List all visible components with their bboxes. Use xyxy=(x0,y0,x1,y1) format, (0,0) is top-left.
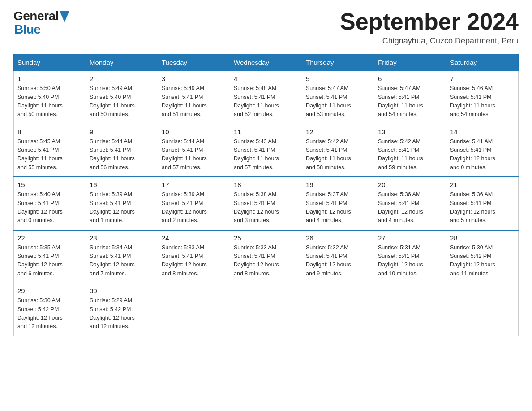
day-info: Sunrise: 5:49 AMSunset: 5:41 PMDaylight:… xyxy=(162,84,226,119)
day-info: Sunrise: 5:36 AMSunset: 5:41 PMDaylight:… xyxy=(450,190,515,225)
day-info: Sunrise: 5:45 AMSunset: 5:41 PMDaylight:… xyxy=(17,137,82,172)
calendar-day-cell: 26Sunrise: 5:32 AMSunset: 5:41 PMDayligh… xyxy=(302,230,374,283)
day-number: 30 xyxy=(90,287,154,295)
calendar-day-cell: 5Sunrise: 5:47 AMSunset: 5:41 PMDaylight… xyxy=(302,71,374,124)
day-number: 10 xyxy=(162,128,226,136)
day-info: Sunrise: 5:44 AMSunset: 5:41 PMDaylight:… xyxy=(90,137,154,172)
column-header-sunday: Sunday xyxy=(14,54,86,71)
calendar-day-cell: 6Sunrise: 5:47 AMSunset: 5:41 PMDaylight… xyxy=(374,71,446,124)
column-header-saturday: Saturday xyxy=(446,54,519,71)
day-number: 24 xyxy=(162,234,226,242)
day-info: Sunrise: 5:47 AMSunset: 5:41 PMDaylight:… xyxy=(306,84,370,119)
column-header-wednesday: Wednesday xyxy=(230,54,302,71)
calendar-week-row: 29Sunrise: 5:30 AMSunset: 5:42 PMDayligh… xyxy=(14,283,519,336)
calendar-empty-cell xyxy=(158,283,230,336)
calendar-day-cell: 23Sunrise: 5:34 AMSunset: 5:41 PMDayligh… xyxy=(86,230,158,283)
calendar-empty-cell xyxy=(230,283,302,336)
day-info: Sunrise: 5:33 AMSunset: 5:41 PMDaylight:… xyxy=(162,244,226,278)
calendar-day-cell: 18Sunrise: 5:38 AMSunset: 5:41 PMDayligh… xyxy=(230,177,302,230)
day-number: 27 xyxy=(378,234,442,242)
day-number: 12 xyxy=(306,128,370,136)
day-number: 8 xyxy=(17,128,82,136)
header-right: September 2024 Chignayhua, Cuzco Departm… xyxy=(340,9,519,46)
calendar-empty-cell xyxy=(302,283,374,336)
day-number: 28 xyxy=(450,234,515,242)
day-info: Sunrise: 5:37 AMSunset: 5:41 PMDaylight:… xyxy=(306,190,370,225)
day-number: 7 xyxy=(450,75,515,82)
calendar-day-cell: 24Sunrise: 5:33 AMSunset: 5:41 PMDayligh… xyxy=(158,230,230,283)
day-number: 18 xyxy=(234,181,298,188)
day-info: Sunrise: 5:30 AMSunset: 5:42 PMDaylight:… xyxy=(17,296,82,331)
day-info: Sunrise: 5:33 AMSunset: 5:41 PMDaylight:… xyxy=(234,244,298,278)
calendar-day-cell: 9Sunrise: 5:44 AMSunset: 5:41 PMDaylight… xyxy=(86,124,158,177)
day-number: 23 xyxy=(90,234,154,242)
column-header-tuesday: Tuesday xyxy=(158,54,230,71)
column-header-thursday: Thursday xyxy=(302,54,374,71)
calendar-day-cell: 16Sunrise: 5:39 AMSunset: 5:41 PMDayligh… xyxy=(86,177,158,230)
day-number: 29 xyxy=(17,287,82,295)
day-number: 1 xyxy=(17,75,82,82)
day-number: 21 xyxy=(450,181,515,188)
day-number: 14 xyxy=(450,128,515,136)
calendar-day-cell: 7Sunrise: 5:46 AMSunset: 5:41 PMDaylight… xyxy=(446,71,519,124)
column-header-friday: Friday xyxy=(374,54,446,71)
page-header: General Blue September 2024 Chignayhua, … xyxy=(13,9,519,46)
day-info: Sunrise: 5:41 AMSunset: 5:41 PMDaylight:… xyxy=(450,137,515,172)
calendar-day-cell: 13Sunrise: 5:42 AMSunset: 5:41 PMDayligh… xyxy=(374,124,446,177)
calendar-day-cell: 10Sunrise: 5:44 AMSunset: 5:41 PMDayligh… xyxy=(158,124,230,177)
logo-general-text: General xyxy=(13,9,59,23)
day-number: 20 xyxy=(378,181,442,188)
day-number: 4 xyxy=(234,75,298,82)
calendar-day-cell: 25Sunrise: 5:33 AMSunset: 5:41 PMDayligh… xyxy=(230,230,302,283)
calendar-empty-cell xyxy=(374,283,446,336)
day-info: Sunrise: 5:34 AMSunset: 5:41 PMDaylight:… xyxy=(90,244,154,278)
logo: General Blue xyxy=(13,9,69,37)
calendar-day-cell: 22Sunrise: 5:35 AMSunset: 5:41 PMDayligh… xyxy=(14,230,86,283)
day-number: 3 xyxy=(162,75,226,82)
day-info: Sunrise: 5:36 AMSunset: 5:41 PMDaylight:… xyxy=(378,190,442,225)
calendar-day-cell: 2Sunrise: 5:49 AMSunset: 5:40 PMDaylight… xyxy=(86,71,158,124)
day-number: 26 xyxy=(306,234,370,242)
day-number: 25 xyxy=(234,234,298,242)
location: Chignayhua, Cuzco Department, Peru xyxy=(340,36,519,46)
calendar-day-cell: 8Sunrise: 5:45 AMSunset: 5:41 PMDaylight… xyxy=(14,124,86,177)
day-info: Sunrise: 5:47 AMSunset: 5:41 PMDaylight:… xyxy=(378,84,442,119)
calendar-day-cell: 20Sunrise: 5:36 AMSunset: 5:41 PMDayligh… xyxy=(374,177,446,230)
day-info: Sunrise: 5:30 AMSunset: 5:42 PMDaylight:… xyxy=(450,244,515,278)
calendar-day-cell: 15Sunrise: 5:40 AMSunset: 5:41 PMDayligh… xyxy=(14,177,86,230)
day-info: Sunrise: 5:40 AMSunset: 5:41 PMDaylight:… xyxy=(17,190,82,225)
calendar-day-cell: 28Sunrise: 5:30 AMSunset: 5:42 PMDayligh… xyxy=(446,230,519,283)
calendar-table: SundayMondayTuesdayWednesdayThursdayFrid… xyxy=(13,54,519,336)
calendar-week-row: 22Sunrise: 5:35 AMSunset: 5:41 PMDayligh… xyxy=(14,230,519,283)
day-number: 13 xyxy=(378,128,442,136)
svg-marker-0 xyxy=(60,11,69,22)
day-number: 6 xyxy=(378,75,442,82)
day-info: Sunrise: 5:42 AMSunset: 5:41 PMDaylight:… xyxy=(306,137,370,172)
calendar-day-cell: 21Sunrise: 5:36 AMSunset: 5:41 PMDayligh… xyxy=(446,177,519,230)
day-number: 2 xyxy=(90,75,154,82)
day-info: Sunrise: 5:46 AMSunset: 5:41 PMDaylight:… xyxy=(450,84,515,119)
day-number: 15 xyxy=(17,181,82,188)
day-number: 11 xyxy=(234,128,298,136)
calendar-day-cell: 30Sunrise: 5:29 AMSunset: 5:42 PMDayligh… xyxy=(86,283,158,336)
day-info: Sunrise: 5:39 AMSunset: 5:41 PMDaylight:… xyxy=(90,190,154,225)
logo-icon xyxy=(60,11,69,22)
calendar-day-cell: 27Sunrise: 5:31 AMSunset: 5:41 PMDayligh… xyxy=(374,230,446,283)
day-info: Sunrise: 5:38 AMSunset: 5:41 PMDaylight:… xyxy=(234,190,298,225)
calendar-week-row: 1Sunrise: 5:50 AMSunset: 5:40 PMDaylight… xyxy=(14,71,519,124)
day-info: Sunrise: 5:49 AMSunset: 5:40 PMDaylight:… xyxy=(90,84,154,119)
day-info: Sunrise: 5:42 AMSunset: 5:41 PMDaylight:… xyxy=(378,137,442,172)
calendar-day-cell: 1Sunrise: 5:50 AMSunset: 5:40 PMDaylight… xyxy=(14,71,86,124)
day-number: 17 xyxy=(162,181,226,188)
calendar-week-row: 15Sunrise: 5:40 AMSunset: 5:41 PMDayligh… xyxy=(14,177,519,230)
day-info: Sunrise: 5:48 AMSunset: 5:41 PMDaylight:… xyxy=(234,84,298,119)
day-info: Sunrise: 5:35 AMSunset: 5:41 PMDaylight:… xyxy=(17,244,82,278)
calendar-day-cell: 29Sunrise: 5:30 AMSunset: 5:42 PMDayligh… xyxy=(14,283,86,336)
day-info: Sunrise: 5:29 AMSunset: 5:42 PMDaylight:… xyxy=(90,296,154,331)
day-info: Sunrise: 5:39 AMSunset: 5:41 PMDaylight:… xyxy=(162,190,226,225)
calendar-day-cell: 3Sunrise: 5:49 AMSunset: 5:41 PMDaylight… xyxy=(158,71,230,124)
calendar-header-row: SundayMondayTuesdayWednesdayThursdayFrid… xyxy=(14,54,519,71)
day-info: Sunrise: 5:43 AMSunset: 5:41 PMDaylight:… xyxy=(234,137,298,172)
day-number: 22 xyxy=(17,234,82,242)
calendar-day-cell: 12Sunrise: 5:42 AMSunset: 5:41 PMDayligh… xyxy=(302,124,374,177)
